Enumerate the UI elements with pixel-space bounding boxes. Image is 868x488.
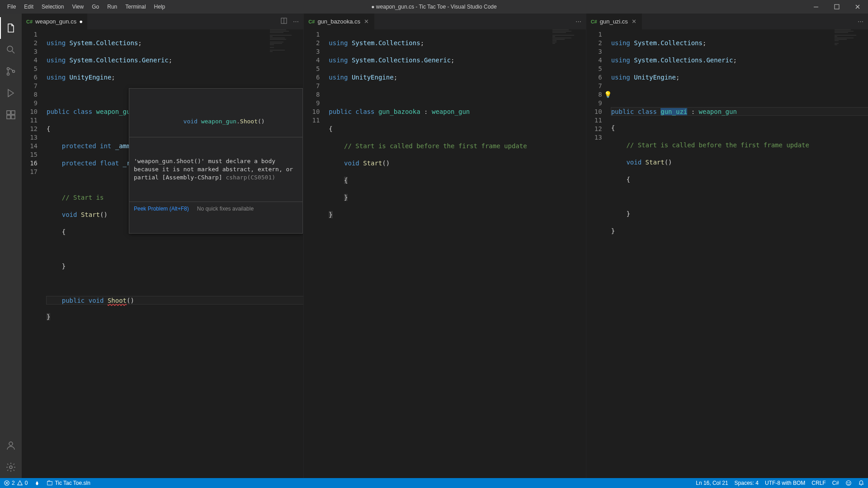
status-language[interactable]: C# (832, 480, 839, 486)
source-control-icon[interactable] (0, 61, 22, 82)
status-encoding[interactable]: UTF-8 with BOM (765, 480, 805, 486)
window-title: ● weapon_gun.cs - Tic Tac Toe - Visual S… (371, 4, 496, 10)
tab-actions-3: ⋯ (853, 14, 868, 29)
svg-rect-0 (814, 7, 818, 7)
hover-signature: void weapon_gun.Shoot() (129, 106, 302, 137)
title-bar: File Edit Selection View Go Run Terminal… (0, 0, 868, 14)
csharp-file-icon: C# (591, 19, 597, 24)
tab-gun-bazooka[interactable]: C# gun_bazooka.cs ✕ (304, 14, 375, 29)
minimize-button[interactable] (806, 0, 826, 14)
status-flame-icon[interactable] (34, 480, 40, 486)
gutter-1: 1234567891011121314151617 (22, 29, 47, 478)
status-bell-icon[interactable] (858, 480, 864, 486)
status-cursor-pos[interactable]: Ln 16, Col 21 (696, 480, 728, 486)
tab-gun-uzi[interactable]: C# gun_uzi.cs ✕ (586, 14, 642, 29)
minimap-2[interactable] (552, 29, 580, 478)
menu-go[interactable]: Go (88, 2, 103, 12)
tab-actions-2: ⋯ (571, 14, 586, 29)
svg-rect-14 (47, 482, 52, 485)
tab-bar-2: C# gun_bazooka.cs ✕ ⋯ (304, 14, 585, 29)
menu-view[interactable]: View (68, 2, 87, 12)
tab-dirty-icon[interactable]: ● (79, 18, 83, 25)
status-project[interactable]: Tic Tac Toe.sln (47, 480, 90, 486)
status-errors[interactable]: 2 0 (4, 480, 28, 486)
hover-tooltip: void weapon_gun.Shoot() 'weapon_gun.Shoo… (129, 88, 303, 234)
close-icon[interactable]: ✕ (363, 17, 370, 26)
window-controls (806, 0, 868, 14)
editor-grid: C# weapon_gun.cs ● ⋯ 1234567891011121314… (22, 14, 868, 478)
peek-problem-link[interactable]: Peek Problem (Alt+F8) (134, 205, 189, 213)
code-content-1[interactable]: using System.Collections; using System.C… (47, 29, 303, 478)
menu-help[interactable]: Help (151, 2, 169, 12)
csharp-file-icon: C# (308, 19, 315, 24)
svg-point-15 (846, 481, 851, 486)
maximize-button[interactable] (826, 0, 847, 14)
settings-gear-icon[interactable] (0, 456, 22, 478)
status-eol[interactable]: CRLF (811, 480, 826, 486)
menu-file[interactable]: File (4, 2, 19, 12)
activity-bar (0, 14, 22, 478)
tab-bar-3: C# gun_uzi.cs ✕ ⋯ (586, 14, 868, 29)
svg-rect-7 (11, 111, 15, 114)
search-icon[interactable] (0, 39, 22, 61)
gutter-2: 1234567891011 (304, 29, 329, 478)
menu-run[interactable]: Run (104, 2, 121, 12)
tab-actions-1: ⋯ (276, 14, 303, 29)
svg-rect-1 (835, 5, 839, 9)
menu-selection[interactable]: Selection (38, 2, 67, 12)
extensions-icon[interactable] (0, 104, 22, 126)
vertical-scrollbar-2[interactable] (580, 29, 586, 478)
svg-rect-6 (7, 111, 10, 114)
tab-label: gun_uzi.cs (600, 18, 628, 25)
status-indentation[interactable]: Spaces: 4 (735, 480, 759, 486)
svg-point-11 (9, 466, 12, 469)
code-content-2[interactable]: using System.Collections; using System.C… (329, 29, 585, 478)
svg-rect-9 (11, 115, 15, 119)
editor-pane-2: C# gun_bazooka.cs ✕ ⋯ 1234567891011 usin… (304, 14, 586, 478)
editor-pane-1: C# weapon_gun.cs ● ⋯ 1234567891011121314… (22, 14, 304, 478)
account-icon[interactable] (0, 435, 22, 456)
lightbulb-icon[interactable]: 💡 (604, 90, 612, 99)
close-icon[interactable]: ✕ (631, 17, 637, 26)
svg-point-2 (7, 46, 13, 52)
menu-edit[interactable]: Edit (20, 2, 37, 12)
tab-label: weapon_gun.cs (35, 18, 76, 25)
editor-pane-3: C# gun_uzi.cs ✕ ⋯ 12345678910111213 usin… (586, 14, 868, 478)
status-bar: 2 0 Tic Tac Toe.sln Ln 16, Col 21 Spaces… (0, 478, 868, 488)
svg-point-16 (848, 483, 848, 483)
csharp-file-icon: C# (26, 19, 33, 24)
code-area-1[interactable]: 1234567891011121314151617 using System.C… (22, 29, 303, 478)
code-content-3[interactable]: using System.Collections; using System.C… (611, 29, 868, 478)
more-actions-icon[interactable]: ⋯ (576, 18, 581, 25)
hover-error-message: 'weapon_gun.Shoot()' must declare a body… (129, 155, 302, 184)
tab-weapon-gun[interactable]: C# weapon_gun.cs ● (22, 14, 88, 29)
code-area-2[interactable]: 1234567891011 using System.Collections; … (304, 29, 585, 478)
svg-rect-8 (7, 115, 10, 119)
explorer-icon[interactable] (0, 17, 22, 39)
split-editor-icon[interactable] (280, 17, 288, 26)
more-actions-icon[interactable]: ⋯ (293, 18, 299, 25)
status-feedback-icon[interactable] (845, 480, 852, 486)
menu-bar: File Edit Selection View Go Run Terminal… (4, 2, 169, 12)
tab-label: gun_bazooka.cs (317, 18, 360, 25)
code-area-3[interactable]: 12345678910111213 using System.Collectio… (586, 29, 868, 478)
svg-point-3 (7, 68, 9, 70)
tab-bar-1: C# weapon_gun.cs ● ⋯ (22, 14, 303, 29)
run-debug-icon[interactable] (0, 82, 22, 104)
vertical-scrollbar-3[interactable] (862, 29, 868, 478)
svg-point-17 (849, 483, 849, 483)
close-button[interactable] (847, 0, 868, 14)
svg-point-10 (9, 442, 13, 446)
more-actions-icon[interactable]: ⋯ (858, 18, 863, 25)
svg-point-4 (7, 73, 9, 75)
minimap-3[interactable] (835, 29, 862, 478)
no-quick-fixes-label: No quick fixes available (197, 205, 254, 213)
menu-terminal[interactable]: Terminal (122, 2, 149, 12)
